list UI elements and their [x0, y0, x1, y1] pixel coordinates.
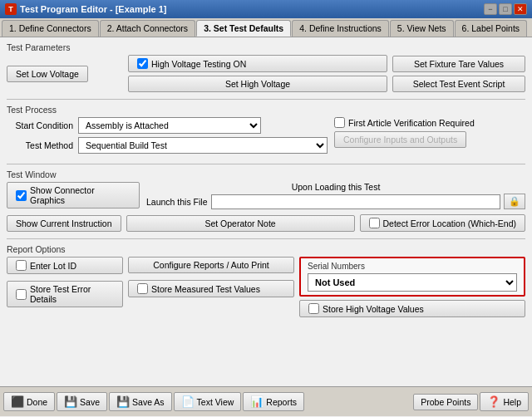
tab-bar: 1. Define Connectors 2. Attach Connector…	[0, 18, 532, 37]
detect-error-label: Detect Error Location (Which-End)	[383, 218, 516, 228]
start-condition-label: Start Condition	[7, 120, 73, 130]
maximize-button[interactable]: □	[499, 3, 512, 15]
done-icon: ⬛	[11, 395, 24, 408]
store-test-error-label: Store Test Error Details	[30, 284, 114, 304]
test-parameters-label: Test Parameters	[7, 42, 525, 52]
high-voltage-testing-button[interactable]: High Voltage Testing ON	[128, 55, 387, 72]
detect-error-location-button[interactable]: Detect Error Location (Which-End)	[360, 214, 525, 232]
done-button[interactable]: ⬛ Done	[3, 392, 55, 411]
save-as-button[interactable]: 💾 Save As	[109, 392, 172, 411]
help-button[interactable]: ❓ Help	[480, 392, 529, 411]
enter-lot-id-checkbox[interactable]	[16, 260, 27, 271]
close-button[interactable]: ✕	[514, 3, 527, 15]
text-view-button[interactable]: 📄 Text View	[174, 392, 242, 411]
tab-set-test-defaults[interactable]: 3. Set Test Defaults	[196, 20, 291, 37]
test-process-section: Test Process Start Condition Assembly is…	[7, 105, 525, 157]
tab-view-nets[interactable]: 5. View Nets	[390, 20, 454, 37]
select-test-event-script-button[interactable]: Select Test Event Script	[392, 76, 525, 92]
help-label: Help	[503, 397, 521, 407]
store-high-voltage-label: Store High Voltage Values	[323, 304, 424, 314]
report-options-section: Report Options Enter Lot ID Store Test E…	[7, 244, 525, 317]
start-condition-select[interactable]: Assembly is Attached Always Never	[78, 117, 261, 134]
store-measured-values-button[interactable]: Store Measured Test Values	[128, 280, 294, 297]
reports-label: Reports	[266, 397, 297, 407]
first-article-checkbox[interactable]	[334, 117, 345, 128]
reports-button[interactable]: 📊 Reports	[243, 392, 304, 411]
save-button[interactable]: 💾 Save	[57, 392, 107, 411]
save-icon: 💾	[64, 395, 77, 408]
save-as-label: Save As	[132, 397, 165, 407]
upon-loading-label: Upon Loading this Test	[146, 182, 525, 192]
tab-define-connectors[interactable]: 1. Define Connectors	[2, 20, 99, 37]
lock-button[interactable]: 🔒	[504, 194, 525, 209]
store-high-voltage-button[interactable]: Store High Voltage Values	[299, 300, 525, 317]
show-connector-checkbox[interactable]	[16, 190, 27, 201]
probe-points-label: Probe Points	[421, 397, 470, 407]
text-view-icon: 📄	[181, 395, 195, 408]
tab-label-points[interactable]: 6. Label Points	[455, 20, 527, 37]
help-icon: ❓	[487, 395, 500, 408]
serial-numbers-label: Serial Numbers	[308, 262, 517, 271]
set-high-voltage-button[interactable]: Set High Voltage	[128, 76, 387, 92]
launch-file-label: Launch this File	[146, 197, 208, 207]
footer: ⬛ Done 💾 Save 💾 Save As 📄 Text View 📊 Re…	[0, 386, 532, 416]
main-content: Test Parameters Set Low Voltage High Vol…	[0, 37, 532, 386]
serial-numbers-select[interactable]: Not Used Auto Increment Manual Entry Bar…	[308, 273, 517, 292]
tab-attach-connectors[interactable]: 2. Attach Connectors	[100, 20, 195, 37]
app-icon: T	[5, 3, 17, 15]
test-window-section: Test Window Show Connector Graphics Upon…	[7, 169, 525, 232]
test-window-label: Test Window	[7, 169, 525, 179]
tab-define-instructions[interactable]: 4. Define Instructions	[292, 20, 389, 37]
show-connector-label: Show Connector Graphics	[30, 185, 131, 205]
set-operator-note-button[interactable]: Set Operator Note	[126, 215, 355, 232]
test-process-label: Test Process	[7, 105, 525, 115]
high-voltage-label: High Voltage Testing ON	[151, 59, 246, 69]
configure-reports-button[interactable]: Configure Reports / Auto Print	[128, 257, 294, 273]
store-measured-checkbox[interactable]	[137, 283, 148, 294]
set-fixture-tare-button[interactable]: Set Fixture Tare Values	[392, 56, 525, 72]
show-connector-graphics-button[interactable]: Show Connector Graphics	[7, 182, 140, 208]
text-view-label: Text View	[197, 397, 234, 407]
done-label: Done	[27, 397, 47, 407]
store-measured-label: Store Measured Test Values	[151, 284, 260, 294]
store-high-voltage-checkbox[interactable]	[308, 303, 319, 314]
show-current-instruction-button[interactable]: Show Current Instruction	[7, 215, 121, 232]
test-method-label: Test Method	[7, 140, 73, 150]
enter-lot-id-label: Enter Lot ID	[30, 261, 76, 271]
minimize-button[interactable]: −	[484, 3, 497, 15]
test-parameters-section: Test Parameters Set Low Voltage High Vol…	[7, 42, 525, 92]
first-article-label: First Article Verification Required	[348, 118, 475, 128]
store-test-error-button[interactable]: Store Test Error Details	[7, 281, 123, 307]
window-title: Test Program Editor - [Example 1]	[20, 4, 166, 14]
store-test-error-checkbox[interactable]	[16, 289, 27, 300]
serial-numbers-box: Serial Numbers Not Used Auto Increment M…	[299, 257, 525, 297]
test-method-select[interactable]: Sequential Build Test Full Test Quick Te…	[78, 137, 328, 154]
high-voltage-checkbox[interactable]	[137, 58, 148, 69]
configure-inputs-outputs-button[interactable]: Configure Inputs and Outputs	[334, 131, 466, 148]
enter-lot-id-button[interactable]: Enter Lot ID	[7, 257, 123, 274]
save-label: Save	[80, 397, 100, 407]
save-as-icon: 💾	[116, 395, 130, 408]
report-options-label: Report Options	[7, 244, 525, 254]
title-bar: T Test Program Editor - [Example 1] − □ …	[0, 0, 532, 18]
reports-icon: 📊	[250, 395, 264, 408]
probe-points-button[interactable]: Probe Points	[413, 394, 478, 410]
set-low-voltage-button[interactable]: Set Low Voltage	[7, 66, 88, 82]
launch-file-input[interactable]	[211, 194, 500, 209]
detect-error-checkbox[interactable]	[369, 218, 380, 228]
